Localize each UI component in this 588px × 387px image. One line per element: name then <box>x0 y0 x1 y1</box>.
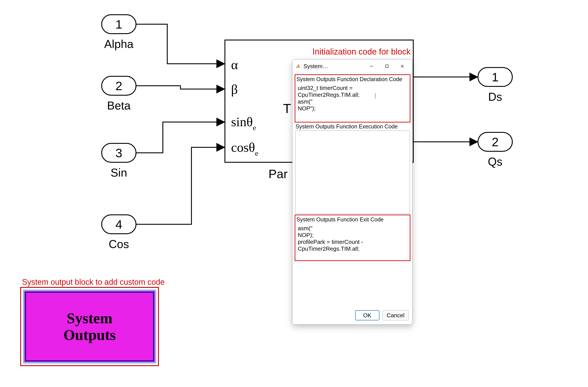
system-outputs-dialog[interactable]: System… System Outputs Function Declarat… <box>292 59 412 325</box>
execution-code-label: System Outputs Function Execution Code <box>295 123 410 130</box>
inport-1[interactable]: 1 <box>101 14 136 34</box>
declaration-code-group: System Outputs Function Declaration Code… <box>295 75 410 122</box>
matlab-icon <box>295 63 301 69</box>
annotation-init-code: Initialization code for block <box>313 47 411 57</box>
system-outputs-block[interactable]: System Outputs <box>20 287 159 366</box>
park-in-beta: β <box>231 83 238 96</box>
execution-code-group: System Outputs Function Execution Code <box>295 123 410 214</box>
park-block-label: Par <box>269 167 288 181</box>
park-in-alpha: α <box>231 58 238 71</box>
inport-2-number: 2 <box>115 79 122 93</box>
dialog-titlebar[interactable]: System… <box>293 59 412 73</box>
text-caret <box>375 93 376 99</box>
ok-button[interactable]: OK <box>355 310 379 320</box>
outport-2[interactable]: 2 <box>478 132 513 152</box>
simulink-canvas[interactable]: 1 Alpha 2 Beta 3 Sin 4 Cos α β sinθe cos… <box>0 0 588 387</box>
inport-3-label: Sin <box>101 166 136 179</box>
park-in-cos: cosθe <box>231 141 258 156</box>
window-maximize-button[interactable] <box>379 61 395 72</box>
outport-2-number: 2 <box>492 135 498 149</box>
inport-4-label: Cos <box>101 237 136 251</box>
declaration-code-label: System Outputs Function Declaration Code <box>296 76 409 82</box>
exit-code-textarea[interactable]: asm(" NOP); profilePark = timerCount - C… <box>296 224 409 259</box>
inport-1-label: Alpha <box>101 37 136 51</box>
outport-1-number: 1 <box>492 70 498 84</box>
outport-1-label: Ds <box>478 90 513 103</box>
inport-4[interactable]: 4 <box>101 214 136 234</box>
inport-3-number: 3 <box>115 146 122 160</box>
svg-rect-1 <box>386 65 388 68</box>
exit-code-label: System Outputs Function Exit Code <box>296 216 409 223</box>
inport-3[interactable]: 3 <box>101 143 136 163</box>
inport-4-number: 4 <box>115 217 122 232</box>
inport-1-number: 1 <box>115 17 122 31</box>
inport-2[interactable]: 2 <box>101 76 136 96</box>
dialog-footer: OK Cancel <box>293 307 412 324</box>
system-outputs-caption: System output block to add custom code <box>22 277 165 287</box>
outport-1[interactable]: 1 <box>478 67 513 87</box>
park-center-text: T <box>283 102 291 115</box>
outport-2-label: Qs <box>478 155 513 168</box>
trailing-blank-group <box>295 262 410 304</box>
declaration-code-textarea[interactable]: uint32_t timerCount = CpuTimer2Regs.TIM.… <box>296 83 409 120</box>
system-outputs-text: System Outputs <box>63 310 116 343</box>
window-minimize-button[interactable] <box>364 61 379 72</box>
exit-code-group: System Outputs Function Exit Code asm(" … <box>295 215 410 261</box>
window-close-button[interactable] <box>395 61 410 72</box>
dialog-body: System Outputs Function Declaration Code… <box>293 73 412 307</box>
inport-2-label: Beta <box>101 99 136 112</box>
cancel-button[interactable]: Cancel <box>382 310 409 320</box>
dialog-title: System… <box>303 63 328 70</box>
execution-code-textarea[interactable] <box>295 131 410 214</box>
park-in-sin: sinθe <box>231 115 256 130</box>
